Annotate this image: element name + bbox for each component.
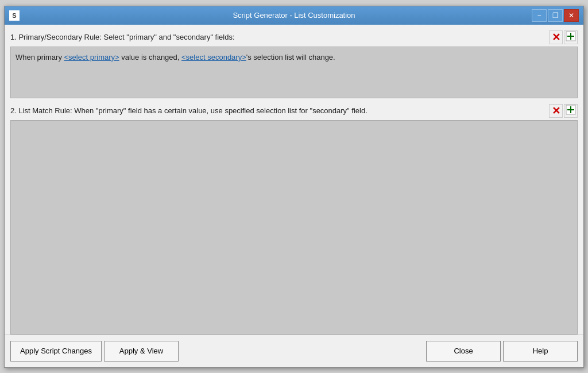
content-area: 1. Primary/Secondary Rule: Select "prima… xyxy=(5,25,583,334)
svg-rect-5 xyxy=(567,109,574,110)
section1-clear-icon: ✕ xyxy=(552,31,560,44)
section1-header-row: 1. Primary/Secondary Rule: Select "prima… xyxy=(10,30,578,44)
restore-button[interactable]: ❐ xyxy=(548,9,563,22)
section2-body xyxy=(10,120,578,334)
apply-view-button[interactable]: Apply & View xyxy=(104,341,179,362)
select-secondary-link[interactable]: <select secondary> xyxy=(181,53,246,61)
section2: 2. List Match Rule: When "primary" field… xyxy=(10,104,578,334)
title-bar-controls: − ❐ ✕ xyxy=(532,9,579,22)
main-window: S Script Generator - List Customization … xyxy=(4,6,584,368)
footer-left: Apply Script Changes Apply & View xyxy=(10,341,179,362)
section1-add-button[interactable] xyxy=(564,30,578,44)
section2-header-row: 2. List Match Rule: When "primary" field… xyxy=(10,104,578,118)
apply-script-button[interactable]: Apply Script Changes xyxy=(10,341,102,362)
section1-icons: ✕ xyxy=(549,30,578,44)
section2-add-icon xyxy=(566,105,576,117)
title-bar-left: S xyxy=(9,10,20,21)
footer: Apply Script Changes Apply & View Close … xyxy=(5,334,583,367)
minimize-button[interactable]: − xyxy=(532,9,547,22)
section2-title: 2. List Match Rule: When "primary" field… xyxy=(10,106,549,115)
window-title: Script Generator - List Customization xyxy=(233,11,355,20)
section1-text-middle: value is changed, xyxy=(119,53,181,61)
footer-right: Close Help xyxy=(426,341,578,362)
section1-title: 1. Primary/Secondary Rule: Select "prima… xyxy=(10,33,549,41)
section1-add-icon xyxy=(566,31,576,44)
help-button[interactable]: Help xyxy=(503,341,578,362)
section1-text-before: When primary xyxy=(16,53,64,61)
section2-clear-button[interactable]: ✕ xyxy=(549,104,563,118)
close-window-button[interactable]: ✕ xyxy=(564,9,579,22)
select-primary-link[interactable]: <select primary> xyxy=(64,53,119,61)
title-bar: S Script Generator - List Customization … xyxy=(5,6,583,25)
section2-clear-icon: ✕ xyxy=(552,105,560,117)
section2-icons: ✕ xyxy=(549,104,578,118)
section2-add-button[interactable] xyxy=(564,104,578,118)
section1-body: When primary <select primary> value is c… xyxy=(10,47,578,98)
section1-text: When primary <select primary> value is c… xyxy=(16,53,335,61)
section1-text-after: 's selection list will change. xyxy=(246,53,335,61)
close-button[interactable]: Close xyxy=(426,341,501,362)
section1: 1. Primary/Secondary Rule: Select "prima… xyxy=(10,30,578,98)
window-icon: S xyxy=(9,10,20,21)
svg-rect-2 xyxy=(567,36,574,37)
section1-clear-button[interactable]: ✕ xyxy=(549,30,563,44)
